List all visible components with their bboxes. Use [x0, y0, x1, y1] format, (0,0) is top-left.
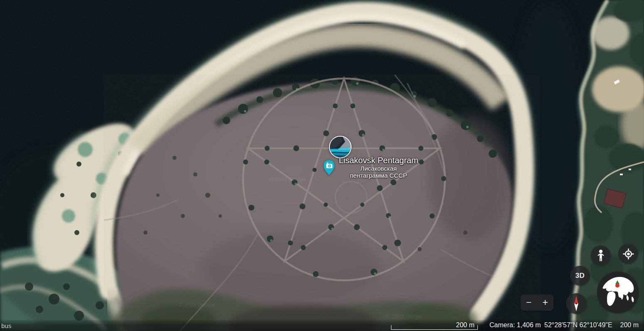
zoom-control: − + [521, 294, 553, 311]
zoom-in-button[interactable]: + [537, 294, 554, 311]
google-earth-viewport: © 2023 Google © 2023 Google © 2023 Googl… [0, 0, 644, 331]
3d-button-label: 3D [575, 272, 585, 280]
satellite-map[interactable]: © 2023 Google © 2023 Google © 2023 Googl… [0, 0, 644, 331]
camera-icon [323, 160, 335, 175]
3d-button[interactable]: 3D [570, 266, 590, 286]
imagery-watermark: © 2023 Google [179, 302, 215, 308]
my-location-button[interactable] [618, 244, 638, 264]
pegman-icon [595, 249, 606, 262]
globe-icon [597, 272, 639, 313]
map-scale-bar: 200 m [391, 325, 478, 330]
status-bar: bus 200 m Camera: 1,406 m 52°28'57"N 62°… [0, 320, 644, 331]
globe-overview-button[interactable] [597, 272, 639, 313]
photo-thumbnail-image [330, 137, 351, 157]
camera-altitude-readout: Camera: 1,406 m [489, 321, 541, 329]
photo-pin[interactable] [323, 160, 335, 175]
zoom-out-button[interactable]: − [521, 294, 537, 311]
imagery-attribution-fragment: bus [1, 322, 11, 329]
pegman-button[interactable] [591, 245, 611, 265]
compass-button[interactable] [566, 293, 587, 314]
my-location-icon [623, 248, 634, 260]
elevation-readout: 200 m [620, 321, 639, 329]
map-scale-label: 200 m [456, 321, 474, 329]
coordinates-readout: 52°28'57"N 62°10'49"E [544, 321, 612, 329]
photo-thumbnail[interactable] [329, 136, 351, 158]
imagery-watermark: © 2023 Google [269, 176, 306, 182]
compass-icon [572, 296, 581, 311]
imagery-watermark: © 2023 Google [386, 313, 423, 319]
